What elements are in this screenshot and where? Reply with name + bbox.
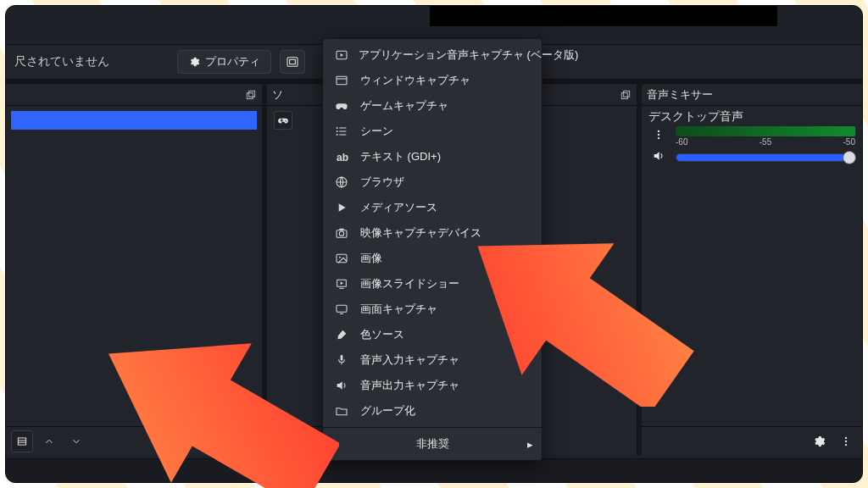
scenes-toolbar — [6, 426, 262, 455]
menu-item-browser[interactable]: ブラウザ — [323, 169, 542, 195]
chevron-down-icon — [70, 435, 82, 447]
spacer-dock-title[interactable] — [528, 84, 637, 106]
menu-item-label: シーン — [360, 124, 393, 139]
slideshow-icon — [335, 277, 350, 291]
dots-vertical-icon — [653, 129, 665, 141]
popout-icon[interactable] — [245, 89, 257, 101]
menu-item-label: 画像 — [360, 251, 382, 266]
play-icon — [335, 201, 350, 214]
menu-item-display-capture[interactable]: 画面キャプチャ — [323, 297, 542, 322]
brush-icon — [335, 328, 350, 341]
selection-status: 尺されていません — [14, 54, 109, 69]
menu-item-label: 非推奨 — [416, 436, 449, 452]
svg-rect-14 — [624, 91, 630, 97]
add-source-button[interactable] — [272, 430, 294, 452]
gear-icon — [188, 56, 200, 68]
svg-rect-1 — [290, 59, 296, 64]
menu-item-image[interactable]: 画像 — [323, 246, 542, 271]
list-icon — [16, 435, 28, 447]
menu-item-app-audio[interactable]: アプリケーション音声キャプチャ (ベータ版) — [323, 42, 542, 68]
svg-rect-3 — [249, 91, 255, 97]
svg-rect-13 — [621, 92, 627, 98]
filter-icon — [286, 55, 299, 69]
mixer-more-button[interactable] — [835, 430, 857, 452]
svg-rect-2 — [247, 92, 253, 98]
menu-item-color-source[interactable]: 色ソース — [323, 322, 542, 347]
svg-rect-4 — [18, 437, 25, 444]
properties-label: プロパティ — [205, 54, 260, 69]
menu-item-label: 音声出力キャプチャ — [360, 378, 459, 393]
window-icon — [335, 74, 350, 87]
image-icon — [335, 252, 350, 265]
dots-vertical-icon — [840, 435, 852, 447]
menu-item-window-capture[interactable]: ウィンドウキャプチャ — [323, 68, 542, 93]
svg-rect-33 — [339, 229, 343, 230]
menu-item-label: 映像キャプチャデバイス — [360, 225, 481, 241]
menu-item-deprecated[interactable]: 非推奨 ▸ — [323, 431, 542, 457]
speaker-icon — [652, 149, 665, 163]
audio-meter — [676, 126, 855, 136]
gamepad-icon — [335, 99, 350, 113]
menu-item-label: 音声入力キャプチャ — [360, 352, 459, 368]
menu-item-slideshow[interactable]: 画像スライドショー — [323, 271, 542, 297]
menu-separator — [323, 427, 542, 428]
mixer-body: デスクトップ音声 -60 -55 -50 — [642, 106, 862, 455]
volume-fill — [676, 154, 854, 161]
remove-source-button[interactable] — [299, 430, 321, 452]
menu-item-label: テキスト (GDI+) — [360, 149, 441, 164]
svg-point-20 — [845, 443, 847, 445]
popout-icon[interactable] — [620, 89, 632, 101]
menu-item-label: 画面キャプチャ — [360, 302, 437, 317]
menu-item-label: アプリケーション音声キャプチャ (ベータ版) — [359, 47, 578, 63]
mixer-options-button[interactable] — [648, 126, 669, 143]
speaker-icon — [335, 379, 350, 392]
svg-point-32 — [339, 231, 343, 236]
menu-item-group[interactable]: グループ化 — [323, 398, 542, 424]
scenes-body — [6, 106, 262, 455]
volume-slider[interactable] — [676, 153, 855, 162]
scenes-dock-title[interactable] — [6, 84, 262, 106]
plus-icon — [276, 435, 290, 448]
filters-button[interactable] — [280, 50, 305, 74]
menu-item-label: ウィンドウキャプチャ — [360, 73, 470, 88]
mixer-toolbar — [642, 426, 862, 455]
mixer-dock-label: 音声ミキサー — [647, 87, 713, 103]
scene-move-up-button[interactable] — [38, 430, 60, 452]
menu-item-video-device[interactable]: 映像キャプチャデバイス — [323, 220, 542, 246]
sources-dock-label: ソ — [272, 87, 283, 103]
menu-item-media[interactable]: メディアソース — [323, 195, 542, 220]
volume-knob[interactable] — [843, 151, 856, 164]
camera-icon — [335, 226, 350, 240]
scene-filter-button[interactable] — [11, 430, 33, 452]
mixer-dock-title[interactable]: 音声ミキサー — [642, 84, 862, 106]
svg-point-19 — [845, 440, 847, 441]
scene-move-down-button[interactable] — [65, 430, 87, 452]
chevron-up-icon — [43, 435, 55, 447]
svg-rect-22 — [337, 76, 347, 84]
svg-point-28 — [337, 130, 338, 132]
meter-scale-b: -55 — [760, 137, 771, 147]
preview-canvas[interactable] — [430, 6, 777, 26]
properties-button[interactable]: プロパティ — [177, 50, 271, 74]
status-bar — [6, 458, 862, 482]
mute-button[interactable] — [648, 147, 669, 164]
menu-item-scene[interactable]: シーン — [323, 119, 542, 144]
menu-item-audio-output[interactable]: 音声出力キャプチャ — [323, 373, 542, 398]
svg-point-35 — [339, 257, 341, 258]
meter-scale-a: -60 — [676, 137, 687, 147]
menu-item-text[interactable]: abテキスト (GDI+) — [323, 144, 542, 169]
source-type-icon — [274, 111, 292, 130]
svg-point-16 — [658, 134, 659, 136]
menu-item-label: ゲームキャプチャ — [360, 98, 448, 114]
scenes-dock — [6, 83, 262, 455]
meter-scale-c: -50 — [843, 137, 855, 147]
scene-item-selected[interactable] — [11, 111, 257, 130]
meter-scale: -60 -55 -50 — [676, 136, 855, 147]
menu-item-audio-input[interactable]: 音声入力キャプチャ — [323, 347, 542, 373]
svg-point-17 — [658, 137, 659, 139]
add-source-menu: アプリケーション音声キャプチャ (ベータ版) ウィンドウキャプチャ ゲームキャプ… — [322, 38, 542, 461]
menu-item-game-capture[interactable]: ゲームキャプチャ — [323, 93, 542, 119]
mixer-settings-button[interactable] — [808, 430, 830, 452]
globe-icon — [335, 175, 350, 189]
gamepad-icon — [277, 114, 289, 126]
